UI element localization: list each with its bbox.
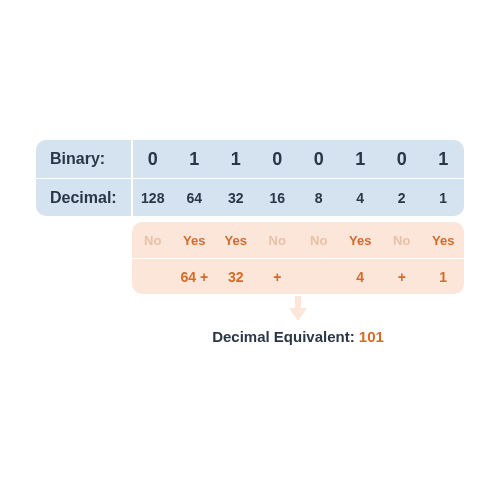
sum-row: 64 + 32 + 4 + 1 (132, 258, 464, 294)
bit-cell: 0 (298, 140, 340, 178)
place-cell: 128 (132, 179, 174, 216)
sum-cell: 4 (340, 259, 382, 294)
conversion-diagram: Binary: 0 1 1 0 0 1 0 1 Decimal: 128 64 … (36, 140, 464, 345)
bit-cell: 0 (132, 140, 174, 178)
binary-row: Binary: 0 1 1 0 0 1 0 1 (36, 140, 464, 178)
place-values: 128 64 32 16 8 4 2 1 (132, 179, 464, 216)
decimal-label: Decimal: (36, 179, 132, 216)
place-cell: 16 (257, 179, 299, 216)
flag-cell: No (298, 222, 340, 258)
place-cell: 32 (215, 179, 257, 216)
flag-cell: No (257, 222, 299, 258)
place-cell: 64 (174, 179, 216, 216)
decimal-row: Decimal: 128 64 32 16 8 4 2 1 (36, 178, 464, 216)
flag-cell: No (132, 222, 174, 258)
flag-cell: No (381, 222, 423, 258)
bit-cell: 1 (423, 140, 465, 178)
binary-label: Binary: (36, 140, 132, 178)
place-cell: 8 (298, 179, 340, 216)
sum-cell: 1 (423, 259, 465, 294)
flag-cell: Yes (423, 222, 465, 258)
down-arrow-icon (132, 294, 464, 322)
bit-cell: 1 (174, 140, 216, 178)
bit-cell: 1 (215, 140, 257, 178)
flag-cell: Yes (174, 222, 216, 258)
header-divider (131, 140, 133, 216)
yesno-row: No Yes Yes No No Yes No Yes (132, 222, 464, 258)
result-label: Decimal Equivalent: (212, 328, 359, 345)
place-cell: 1 (423, 179, 465, 216)
place-cell: 4 (340, 179, 382, 216)
sum-cell (298, 259, 340, 294)
bit-cell: 0 (381, 140, 423, 178)
sum-cell: + (257, 259, 299, 294)
sum-cell: + (381, 259, 423, 294)
flag-cell: Yes (215, 222, 257, 258)
flag-cell: Yes (340, 222, 382, 258)
result-value: 101 (359, 328, 384, 345)
sum-cell: 32 (215, 259, 257, 294)
result-line: Decimal Equivalent: 101 (132, 322, 464, 345)
bit-cell: 1 (340, 140, 382, 178)
binary-bits: 0 1 1 0 0 1 0 1 (132, 140, 464, 178)
bit-cell: 0 (257, 140, 299, 178)
place-cell: 2 (381, 179, 423, 216)
sum-cell: 64 + (174, 259, 216, 294)
sum-cell (132, 259, 174, 294)
